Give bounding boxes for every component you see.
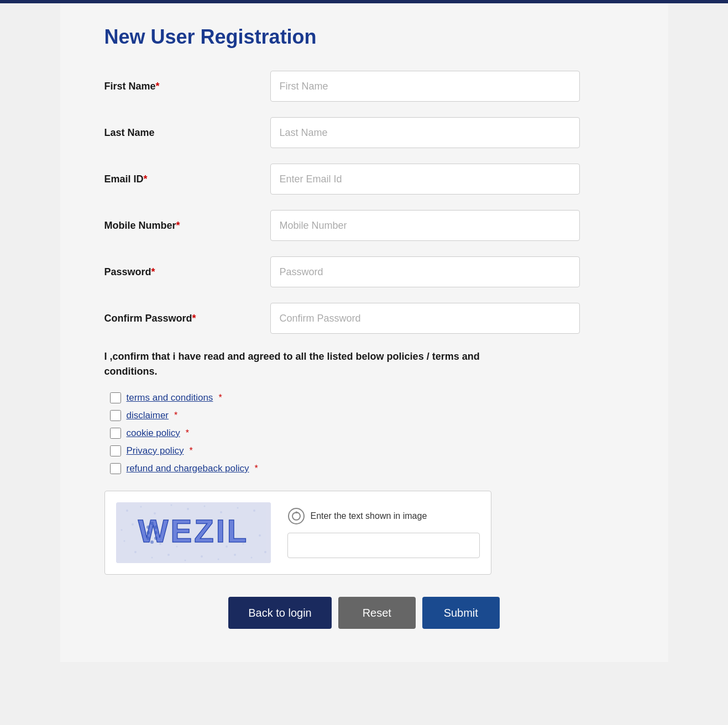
confirm-password-label: Confirm Password* [104, 313, 270, 324]
privacy-required-star: * [189, 446, 192, 456]
svg-point-12 [151, 557, 153, 559]
svg-point-39 [154, 537, 158, 540]
terms-required-star: * [218, 393, 222, 403]
checkboxes-section: terms and conditions * disclaimer * cook… [110, 392, 624, 474]
form-container: New User Registration First Name* Last N… [60, 3, 668, 662]
svg-point-13 [167, 554, 170, 556]
terms-checkbox[interactable] [110, 392, 121, 403]
cookie-checkbox[interactable] [110, 428, 121, 439]
confirm-password-input[interactable] [270, 303, 580, 334]
email-required: * [144, 174, 148, 185]
svg-point-34 [154, 526, 158, 529]
cookie-row: cookie policy * [110, 428, 624, 439]
confirm-password-required: * [192, 313, 196, 324]
captcha-input[interactable] [287, 533, 480, 558]
email-label: Email ID* [104, 174, 270, 185]
svg-point-16 [217, 559, 219, 560]
svg-point-14 [184, 560, 186, 561]
disclaimer-checkbox[interactable] [110, 410, 121, 421]
mobile-label: Mobile Number* [104, 220, 270, 232]
captcha-section: WEZIL WEZIL [104, 491, 491, 575]
terms-label[interactable]: terms and conditions [127, 392, 213, 403]
mobile-input[interactable] [270, 210, 580, 241]
password-required: * [151, 266, 155, 277]
svg-point-29 [259, 534, 261, 537]
refund-required-star: * [255, 464, 258, 474]
terms-row: terms and conditions * [110, 392, 624, 403]
page-wrapper: New User Registration First Name* Last N… [0, 0, 728, 725]
disclaimer-row: disclaimer * [110, 410, 624, 421]
email-input[interactable] [270, 164, 580, 195]
svg-point-21 [132, 523, 134, 526]
svg-point-37 [146, 537, 150, 540]
svg-point-20 [123, 540, 125, 542]
refund-checkbox[interactable] [110, 463, 121, 474]
first-name-input[interactable] [270, 71, 580, 102]
password-row: Password* [104, 256, 624, 287]
buttons-row: Back to login Reset Submit [104, 597, 624, 629]
registration-form: First Name* Last Name Email ID* [104, 71, 624, 629]
svg-point-11 [134, 551, 137, 553]
submit-button[interactable]: Submit [422, 597, 500, 629]
first-name-row: First Name* [104, 71, 624, 102]
svg-text:WEZIL: WEZIL [138, 513, 248, 549]
cookie-label[interactable]: cookie policy [127, 428, 180, 439]
password-label: Password* [104, 266, 270, 278]
page-title: New User Registration [104, 25, 624, 49]
privacy-label[interactable]: Privacy policy [127, 445, 184, 456]
svg-point-19 [264, 551, 266, 553]
consent-text: I ,confirm that i have read and agreed t… [104, 349, 491, 379]
svg-point-38 [150, 540, 154, 544]
svg-point-1 [126, 509, 128, 512]
last-name-label: Last Name [104, 127, 270, 139]
refresh-icon[interactable] [287, 507, 305, 525]
svg-point-5 [187, 508, 189, 510]
svg-point-8 [237, 507, 238, 509]
svg-point-6 [203, 506, 205, 507]
svg-point-10 [121, 529, 122, 531]
svg-point-35 [146, 531, 150, 534]
first-name-label: First Name* [104, 81, 270, 92]
disclaimer-required-star: * [174, 411, 177, 421]
mobile-required: * [176, 220, 180, 231]
svg-point-9 [253, 509, 255, 512]
svg-point-4 [170, 505, 172, 506]
svg-point-33 [150, 522, 154, 525]
captcha-right: Enter the text shown in image [287, 507, 480, 558]
last-name-row: Last Name [104, 117, 624, 148]
captcha-image: WEZIL WEZIL [116, 502, 271, 563]
refund-row: refund and chargeback policy * [110, 463, 624, 474]
svg-point-15 [201, 555, 203, 558]
disclaimer-label[interactable]: disclaimer [127, 410, 169, 421]
last-name-input[interactable] [270, 117, 580, 148]
captcha-instruction-text: Enter the text shown in image [311, 511, 427, 521]
email-row: Email ID* [104, 164, 624, 195]
cookie-required-star: * [186, 428, 189, 438]
svg-point-36 [154, 531, 158, 534]
first-name-required: * [156, 81, 160, 92]
reset-button[interactable]: Reset [338, 597, 416, 629]
svg-point-18 [250, 557, 252, 559]
svg-point-32 [146, 526, 150, 529]
privacy-row: Privacy policy * [110, 445, 624, 456]
captcha-instruction: Enter the text shown in image [287, 507, 480, 525]
svg-point-17 [234, 554, 236, 556]
password-input[interactable] [270, 256, 580, 287]
refund-label[interactable]: refund and chargeback policy [127, 463, 249, 474]
confirm-password-row: Confirm Password* [104, 303, 624, 334]
mobile-row: Mobile Number* [104, 210, 624, 241]
svg-point-40 [289, 508, 304, 524]
back-to-login-button[interactable]: Back to login [228, 597, 332, 629]
svg-point-2 [140, 506, 142, 508]
privacy-checkbox[interactable] [110, 445, 121, 456]
